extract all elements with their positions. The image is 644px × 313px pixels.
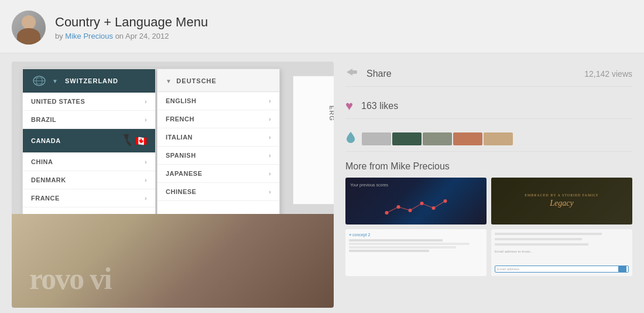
lang-arrow-french: › [269,116,271,123]
colors-row [345,126,632,152]
country-menu-header: ▼ SWITZERLAND [23,69,155,93]
author-prefix: by [55,32,63,40]
lang-arrow-italian: › [269,134,271,141]
language-list: ENGLISH › FRENCH › ITALIAN › SPANISH › [157,92,279,201]
main-content: ▼ SWITZERLAND UNITED STATES › BRAZIL › C… [0,53,644,313]
page-title: Country + Language Menu [55,15,208,30]
likes-label: 163 likes [361,101,398,111]
canada-flag: 🇨🇦 [135,135,148,147]
thumb-2-overlay: EMBRACED BY A STORIED FAMILY Legacy [491,178,632,224]
header-meta: by Mike Precious on Apr 24, 2012 [55,32,208,40]
thumb-4-line-3 [495,243,588,246]
selected-language: DEUTSCHE [176,77,217,84]
world-icon [31,75,47,87]
country-arrow-brazil: › [145,117,147,123]
country-arrow-china: › [145,159,147,165]
share-row: Share 12,142 views [345,62,632,87]
thumb-3-header: ≡ concept 2 [349,233,483,237]
country-item-us[interactable]: UNITED STATES › [23,93,155,111]
thumb-1-content: Your previous scores [345,178,487,192]
date-prefix: on [115,32,124,40]
country-item-canada[interactable]: CANADA 🇨🇦 [23,129,155,153]
preview-panel: ▼ SWITZERLAND UNITED STATES › BRAZIL › C… [12,62,334,308]
lang-item-english[interactable]: ENGLISH › [157,92,279,110]
author-avatar [12,11,46,45]
more-from-section: More from Mike Precious Your previous sc… [345,161,632,276]
views-count: 12,142 views [584,69,632,79]
country-item-brazil[interactable]: BRAZIL › [23,111,155,129]
lang-item-italian[interactable]: ITALIAN › [157,128,279,147]
thumbnail-2[interactable]: EMBRACED BY A STORIED FAMILY Legacy [491,178,632,224]
lang-item-chinese[interactable]: CHINESE › [157,183,279,201]
more-from-title: More from Mike Precious [345,161,632,172]
thumbnail-3[interactable]: ≡ concept 2 [345,229,487,276]
cursor-icon [121,134,132,147]
selected-country: SWITZERLAND [65,77,118,84]
thumb-chart [350,196,482,220]
country-name-france: FRANCE [31,195,60,202]
country-name-canada: CANADA [31,137,61,144]
swatch-5 [484,132,513,145]
country-arrow-denmark: › [145,177,147,183]
country-item-china[interactable]: CHINA › [23,153,155,171]
preview-background: rovo vi [12,214,334,308]
lang-name-spanish: SPANISH [166,152,196,159]
thumbnail-1[interactable]: Your previous scores [345,178,487,224]
share-label[interactable]: Share [366,69,392,79]
swatch-4 [453,132,482,145]
lang-name-chinese: CHINESE [166,188,196,195]
lang-item-japanese[interactable]: JAPANESE › [157,165,279,183]
country-item-france[interactable]: FRANCE › [23,189,155,207]
lang-name-english: ENGLISH [166,97,196,104]
thumb-4-line-2 [495,238,582,240]
thumb-4-placeholder: Email address [497,267,618,271]
lang-arrow-english: › [269,98,271,104]
thumbnails-grid: Your previous scores [345,178,632,276]
thumb-4-input[interactable]: Email address [495,266,629,273]
thumb-4-submit[interactable] [618,266,626,272]
country-name-denmark: DENMARK [31,176,66,183]
drop-icon [345,131,356,147]
header-text-block: Country + Language Menu by Mike Precious… [55,15,208,40]
share-icon [345,66,358,81]
thumb-2-text: EMBRACED BY A STORIED FAMILY Legacy [525,193,598,209]
preview-bg-text: rovo vi [29,261,111,296]
color-swatches [362,132,513,145]
country-name-china: CHINA [31,158,53,165]
lang-menu-arrow: ▼ [166,78,172,84]
thumb-4-line-1 [495,233,602,235]
lang-name-french: FRENCH [166,115,194,123]
thumb-3-body [349,239,483,273]
language-menu-header: ▼ DEUTSCHE [157,69,279,92]
post-date: Apr 24, 2012 [125,32,169,40]
author-link[interactable]: Mike Precious [65,32,113,40]
cutoff-text: ERG [328,106,334,121]
likes-row: ♥ 163 likes [345,94,632,119]
thumb-4-hint: Email address to know... [495,250,629,253]
thumbnail-4[interactable]: Email address to know... Email address [491,229,632,276]
country-arrow-france: › [145,195,147,202]
country-name-brazil: BRAZIL [31,116,56,123]
right-panel: Share 12,142 views ♥ 163 likes [345,62,632,308]
lang-arrow-japanese: › [269,171,271,177]
swatch-3 [423,132,452,145]
swatch-2 [392,132,422,145]
lang-arrow-spanish: › [269,152,271,159]
lang-name-japanese: JAPANESE [166,170,202,177]
lang-item-spanish[interactable]: SPANISH › [157,147,279,165]
lang-item-french[interactable]: FRENCH › [157,110,279,128]
country-menu-arrow: ▼ [52,78,58,84]
country-item-denmark[interactable]: DENMARK › [23,171,155,189]
country-arrow-us: › [145,98,147,105]
heart-icon: ♥ [345,98,353,114]
lang-name-italian: ITALIAN [166,134,193,141]
thumb-1-label: Your previous scores [350,183,388,187]
swatch-1 [362,132,391,145]
country-name-us: UNITED STATES [31,98,85,105]
cutoff-panel: ERG [293,76,334,205]
page-header: Country + Language Menu by Mike Precious… [0,0,644,53]
lang-arrow-chinese: › [269,189,271,195]
